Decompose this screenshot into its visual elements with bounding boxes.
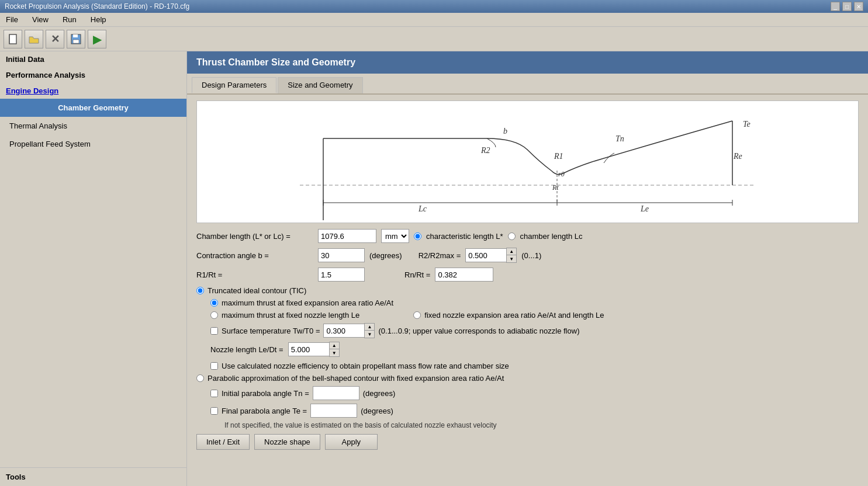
fixed-nozzle-label: fixed nozzle expansion area ratio Ae/At … — [424, 311, 604, 320]
sidebar-section-initial-data[interactable]: Initial Data — [0, 51, 186, 67]
toolbar: ✕ ▶ — [0, 27, 868, 51]
sidebar-section-engine-design[interactable]: Engine Design — [0, 83, 186, 99]
nozzle-length-row: Nozzle length Le/Dt = ▲ ▼ — [210, 342, 859, 357]
title-bar: Rocket Propulsion Analysis (Standard Edi… — [0, 0, 868, 13]
initial-parabola-checkbox[interactable] — [210, 390, 218, 397]
surface-temp-spinner-btns: ▲ ▼ — [364, 323, 375, 338]
tic-radio-row: Truncated ideal contour (TIC) — [196, 286, 859, 295]
surface-temp-range: (0.1...0.9; upper value corresponds to a… — [378, 327, 579, 335]
parabolic-label: Parabolic approximation of the bell-shap… — [208, 374, 504, 383]
menu-file[interactable]: File — [2, 14, 22, 25]
svg-rect-4 — [73, 40, 79, 43]
r2r2max-label: R2/R2max = — [419, 251, 461, 260]
initial-parabola-input[interactable] — [313, 386, 359, 400]
radio-characteristic-length[interactable] — [414, 232, 421, 240]
content-area: Thrust Chamber Size and Geometry Design … — [187, 51, 868, 486]
use-calc-row: Use calculated nozzle efficiency to obta… — [210, 362, 859, 370]
sidebar-item-thermal-analysis[interactable]: Thermal Analysis — [0, 117, 186, 135]
radio-chamber-length[interactable] — [508, 232, 516, 240]
open-file-button[interactable] — [25, 30, 43, 48]
surface-temp-up-btn[interactable]: ▲ — [365, 324, 374, 331]
svg-text:Te: Te — [743, 120, 751, 129]
rnrt-input[interactable] — [435, 268, 493, 282]
r1rt-input[interactable] — [318, 268, 365, 282]
radio-max-thrust-fixed-area[interactable] — [210, 299, 218, 307]
r2r2max-spinner-btns: ▲ ▼ — [506, 248, 517, 263]
panel: R2 R1 Tn Te Re b r0 Rt — [187, 95, 868, 486]
contraction-angle-input[interactable] — [318, 248, 365, 262]
r1rt-label: R1/Rt = — [196, 270, 313, 279]
chamber-length-input[interactable] — [318, 229, 376, 243]
minimize-button[interactable]: _ — [831, 2, 840, 11]
radio-max-thrust-fixed-length[interactable] — [210, 311, 218, 319]
chamber-length-label: Chamber length (L* or Lc) = — [196, 232, 313, 241]
r2r2max-input[interactable] — [465, 248, 506, 262]
radio-fixed-nozzle[interactable] — [413, 311, 421, 319]
surface-temp-input[interactable] — [323, 324, 364, 338]
max-thrust-fixed-length-row: maximum thrust at fixed nozzle length Le… — [210, 311, 859, 320]
chamber-length-unit-select[interactable]: mm cm m in — [381, 229, 409, 243]
use-calc-label: Use calculated nozzle efficiency to obta… — [222, 362, 509, 370]
nozzle-length-up-btn[interactable]: ▲ — [330, 342, 339, 349]
contraction-angle-unit: (degrees) — [369, 251, 402, 260]
apply-button[interactable]: Apply — [325, 434, 378, 450]
max-thrust-fixed-area-row: maximum thrust at fixed expansion area r… — [210, 298, 859, 307]
contraction-angle-label: Contraction angle b = — [196, 251, 313, 260]
menu-bar: File View Run Help — [0, 13, 868, 27]
radio-parabolic[interactable] — [196, 374, 204, 382]
surface-temp-row: Surface temperature Tw/T0 = ▲ ▼ (0.1...0… — [210, 323, 859, 338]
save-file-button[interactable] — [67, 30, 85, 48]
final-parabola-checkbox[interactable] — [210, 407, 218, 415]
r2r2max-range: (0...1) — [521, 251, 541, 260]
nozzle-length-down-btn[interactable]: ▼ — [330, 349, 339, 356]
svg-rect-0 — [9, 34, 16, 44]
max-thrust-fixed-area-label: maximum thrust at fixed expansion area r… — [222, 298, 393, 307]
nozzle-length-spinner-btns: ▲ ▼ — [329, 342, 340, 357]
r1rt-row: R1/Rt = Rn/Rt = — [196, 268, 859, 282]
menu-view[interactable]: View — [29, 14, 52, 25]
sidebar-item-chamber-geometry[interactable]: Chamber Geometry — [0, 99, 186, 117]
nozzle-shape-button[interactable]: Nozzle shape — [254, 434, 320, 450]
parabolic-radio-row: Parabolic approximation of the bell-shap… — [196, 374, 859, 383]
app-title: Rocket Propulsion Analysis (Standard Edi… — [5, 2, 189, 11]
nozzle-length-spinner: ▲ ▼ — [288, 342, 340, 357]
nozzle-length-label: Nozzle length Le/Dt = — [210, 345, 283, 354]
final-parabola-label: Final parabola angle Te = — [222, 407, 307, 415]
rnrt-label: Rn/Rt = — [404, 270, 430, 279]
r2r2max-down-btn[interactable]: ▼ — [507, 255, 516, 262]
svg-text:R2: R2 — [480, 146, 490, 155]
maximize-button[interactable]: □ — [842, 2, 852, 11]
sidebar-item-propellant-feed-system[interactable]: Propellant Feed System — [0, 135, 186, 153]
svg-text:R1: R1 — [554, 152, 563, 161]
nozzle-length-input[interactable] — [288, 342, 329, 356]
main-layout: Initial Data Performance Analysis Engine… — [0, 51, 868, 486]
close-file-button[interactable]: ✕ — [46, 30, 64, 48]
radio-tic[interactable] — [196, 287, 204, 294]
final-parabola-input[interactable] — [310, 404, 357, 418]
r2r2max-up-btn[interactable]: ▲ — [507, 248, 516, 255]
sidebar: Initial Data Performance Analysis Engine… — [0, 51, 187, 486]
close-button[interactable]: ✕ — [854, 2, 863, 11]
new-file-button[interactable] — [4, 30, 22, 48]
use-calc-checkbox[interactable] — [210, 362, 218, 370]
surface-temp-down-btn[interactable]: ▼ — [365, 331, 374, 338]
tab-design-parameters[interactable]: Design Parameters — [192, 77, 276, 93]
max-thrust-fixed-length-label: maximum thrust at fixed nozzle length Le — [222, 311, 359, 320]
menu-help[interactable]: Help — [87, 14, 110, 25]
tab-size-and-geometry[interactable]: Size and Geometry — [278, 77, 362, 93]
menu-run[interactable]: Run — [59, 14, 80, 25]
tab-bar: Design Parameters Size and Geometry — [187, 74, 868, 95]
svg-text:Tn: Tn — [615, 134, 624, 143]
surface-temp-checkbox[interactable] — [210, 327, 218, 335]
run-button[interactable]: ▶ — [88, 30, 106, 48]
inlet-exit-button[interactable]: Inlet / Exit — [196, 434, 250, 450]
contraction-angle-row: Contraction angle b = (degrees) R2/R2max… — [196, 248, 859, 263]
svg-text:Le: Le — [640, 204, 649, 213]
svg-text:r0: r0 — [558, 170, 565, 178]
note-text: If not specified, the value is estimated… — [224, 421, 859, 429]
r2r2max-spinner: ▲ ▼ — [465, 248, 517, 263]
tic-suboptions: maximum thrust at fixed expansion area r… — [210, 298, 859, 370]
initial-parabola-row: Initial parabola angle Tn = (degrees) — [210, 386, 859, 400]
tic-label: Truncated ideal contour (TIC) — [208, 286, 306, 295]
sidebar-section-performance-analysis[interactable]: Performance Analysis — [0, 67, 186, 83]
